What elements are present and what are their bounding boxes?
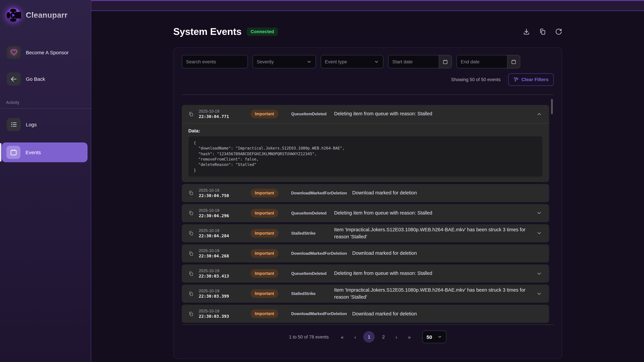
copy-icon	[188, 191, 193, 196]
start-date-field[interactable]: Start date	[388, 55, 452, 68]
calendar-icon	[6, 146, 20, 159]
sidebar-item-label: Become A Sponsor	[26, 50, 68, 55]
event-row-expanded: 2025-10-19 22:30:04.771 Important QueueI…	[182, 105, 549, 182]
last-page-button[interactable]: »	[404, 333, 414, 341]
filter-meta-row: Showing 50 of 50 events Clear Filters	[182, 73, 554, 86]
event-message: Download marked for deletion	[352, 310, 530, 317]
event-type: QueueItemDeleted	[291, 211, 329, 216]
event-row[interactable]: 2025-10-19 22:30:03.413 Important QueueI…	[182, 265, 549, 283]
timestamp: 2025-10-19 22:30:03.413	[199, 269, 245, 279]
sidebar-item-label: Logs	[26, 122, 37, 127]
copy-icon	[539, 28, 546, 35]
event-message: Deleting item from queue with reason: St…	[334, 210, 530, 217]
event-type: QueueItemDeleted	[291, 271, 329, 276]
sidebar-nav: Become A Sponsor Go Back Activity	[0, 44, 91, 162]
chevron-down-icon	[374, 59, 379, 64]
refresh-icon	[555, 28, 562, 35]
refresh-button[interactable]	[555, 28, 562, 35]
calendar-icon	[442, 59, 448, 64]
event-row[interactable]: 2025-10-19 22:30:04.771 Important QueueI…	[182, 105, 549, 123]
copy-event-button[interactable]	[188, 311, 193, 316]
filter-off-icon	[513, 77, 519, 82]
sidebar-item-label: Events	[26, 149, 41, 155]
prev-page-button[interactable]: ‹	[351, 333, 360, 341]
event-type: DownloadMarkedForDeletion	[291, 191, 347, 195]
chevron-up-icon[interactable]	[536, 111, 543, 117]
sidebar-item-go-back[interactable]: Go Back	[2, 70, 88, 87]
event-type: DownloadMarkedForDeletion	[291, 251, 347, 256]
timestamp: 2025-10-19 22:30:04.268	[199, 248, 245, 258]
sidebar-divider	[0, 108, 91, 109]
page-button-2[interactable]: 2	[379, 333, 388, 341]
page-button-1[interactable]: 1	[364, 331, 375, 343]
timestamp: 2025-10-19 22:30:03.399	[199, 289, 245, 299]
sidebar-item-events[interactable]: Events	[2, 142, 88, 162]
event-type: QueueItemDeleted	[291, 112, 329, 116]
start-date-calendar-button[interactable]	[438, 55, 451, 68]
brand[interactable]: Cleanuparr	[0, 0, 91, 30]
copy-button[interactable]	[539, 28, 546, 35]
next-page-button[interactable]: ›	[392, 333, 400, 341]
copy-icon	[188, 291, 193, 296]
chevron-down-icon	[306, 59, 312, 64]
severity-badge: Important	[250, 189, 278, 197]
sidebar-item-label: Go Back	[26, 76, 45, 82]
download-button[interactable]	[523, 28, 530, 35]
event-list: 2025-10-19 22:30:04.771 Important QueueI…	[182, 94, 554, 325]
calendar-icon	[511, 59, 516, 64]
event-row[interactable]: 2025-10-19 22:30:04.296 Important QueueI…	[182, 204, 549, 222]
event-row[interactable]: 2025-10-19 22:30:04.268 Important Downlo…	[182, 244, 549, 263]
event-row[interactable]: 2025-10-19 22:30:04.750 Important Downlo…	[182, 184, 549, 202]
chevron-down-icon[interactable]	[536, 210, 543, 216]
arrow-left-icon	[7, 72, 21, 85]
status-badge: Connected	[247, 27, 278, 36]
chevron-down-icon[interactable]	[536, 291, 543, 297]
showing-count: Showing 50 of 50 events	[451, 77, 500, 82]
copy-icon	[188, 231, 193, 236]
event-message: Item 'Impractical.Jokers.S12E03.1080p.WE…	[334, 226, 530, 240]
copy-event-button[interactable]	[188, 211, 193, 216]
event-message: Download marked for deletion	[352, 190, 530, 197]
page-header: System Events Connected	[173, 24, 562, 38]
event-row[interactable]: 2025-10-19 22:30:03.393 Important Downlo…	[182, 305, 549, 323]
copy-event-button[interactable]	[188, 231, 193, 236]
severity-badge: Important	[250, 269, 278, 278]
event-message: Deleting item from queue with reason: St…	[334, 110, 530, 117]
copy-event-button[interactable]	[188, 271, 193, 276]
cleanuparr-logo-icon	[5, 7, 21, 23]
copy-event-button[interactable]	[188, 111, 193, 116]
event-details: Data: { "downloadName": "Impractical.Jok…	[182, 123, 549, 182]
clear-filters-button[interactable]: Clear Filters	[508, 73, 554, 86]
severity-select[interactable]: Severity	[252, 55, 316, 68]
chevron-down-icon[interactable]	[536, 271, 543, 276]
brand-name: Cleanuparr	[26, 11, 68, 20]
end-date-field[interactable]: End date	[456, 55, 520, 68]
search-input[interactable]	[182, 55, 248, 68]
event-row[interactable]: 2025-10-19 22:30:03.399 Important Stalle…	[182, 285, 549, 303]
timestamp: 2025-10-19 22:30:04.750	[199, 188, 245, 198]
severity-badge: Important	[250, 249, 278, 258]
copy-event-button[interactable]	[188, 251, 193, 256]
download-icon	[523, 28, 530, 35]
end-date-calendar-button[interactable]	[507, 55, 520, 68]
copy-icon	[188, 111, 193, 116]
event-type: DownloadMarkedForDeletion	[291, 311, 347, 316]
sidebar-item-sponsor[interactable]: Become A Sponsor	[2, 44, 88, 61]
sidebar-item-logs[interactable]: Logs	[2, 116, 88, 133]
copy-event-button[interactable]	[188, 291, 193, 296]
details-label: Data:	[188, 128, 542, 133]
page-size-select[interactable]: 50	[422, 331, 446, 343]
event-row[interactable]: 2025-10-19 22:30:04.284 Important Stalle…	[182, 224, 549, 242]
event-message: Item 'Impractical.Jokers.S12E05.1080p.WE…	[334, 287, 530, 301]
page-title: System Events	[173, 26, 242, 37]
scrollbar-thumb[interactable]	[551, 99, 552, 114]
first-page-button[interactable]: «	[338, 333, 347, 341]
copy-icon	[188, 311, 193, 316]
copy-event-button[interactable]	[188, 191, 193, 196]
pagination: 1 to 50 of 78 events « ‹ 1 2 › » 50	[182, 330, 554, 344]
chevron-down-icon[interactable]	[536, 230, 543, 236]
pagination-summary: 1 to 50 of 78 events	[289, 334, 329, 339]
event-type-select[interactable]: Event type	[320, 55, 383, 68]
event-type: StalledStrike	[291, 291, 329, 296]
sidebar-section-activity: Activity	[6, 100, 91, 105]
